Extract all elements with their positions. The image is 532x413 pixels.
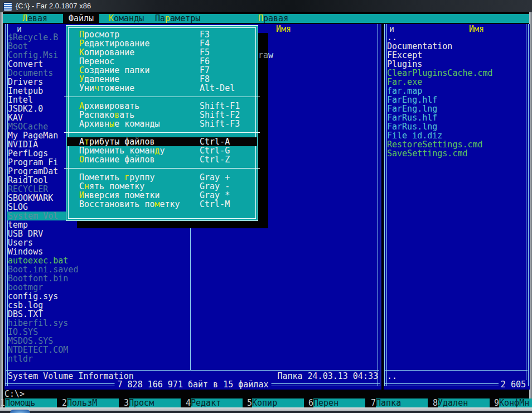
right-file-list: ..DocumentationFExceptPluginsClearPlugin… xyxy=(386,33,525,158)
file-item[interactable]: FarRus.hlf xyxy=(386,113,525,122)
file-item[interactable]: MSDOS.SYS xyxy=(7,337,191,345)
title-bar[interactable]: {C:\} - Far 2.0.1807 x86 xyxy=(0,0,532,13)
file-name: config.sys xyxy=(8,292,58,301)
file-item[interactable]: FExcept xyxy=(386,51,525,60)
hotkey-letter: К xyxy=(109,13,114,23)
file-item[interactable]: Windows xyxy=(7,247,191,256)
file-item[interactable]: Documentation xyxy=(386,42,525,51)
fkey-label: Папка xyxy=(376,398,428,407)
menu-item-shortcut: Gray * xyxy=(200,191,230,200)
file-item[interactable]: FarEng.hlf xyxy=(386,95,525,104)
menu-item[interactable]: Описание файловCtrl-Z xyxy=(67,155,257,164)
fkey-button[interactable]: 1Помощь xyxy=(0,398,57,407)
menu-item[interactable] xyxy=(67,128,257,137)
file-item[interactable]: ntldr xyxy=(7,354,191,363)
menu-item-label: Копирование xyxy=(79,48,134,57)
menu-item[interactable]: РедактированиеF4 xyxy=(67,39,257,48)
file-item[interactable]: Users xyxy=(7,238,191,247)
fkey-button[interactable]: 3Просм xyxy=(124,398,181,407)
window-border-left xyxy=(0,12,3,407)
sort-mode-indicator: и xyxy=(389,25,394,33)
menu-item[interactable]: АрхивироватьShift-F1 xyxy=(67,102,257,111)
menu-item-label: Снять пометку xyxy=(79,182,144,191)
file-item[interactable]: autoexec.bat xyxy=(7,256,191,265)
menu-item[interactable]: Снять пометкуGray - xyxy=(67,182,257,191)
file-name: DBS.TXT xyxy=(8,310,43,319)
file-item[interactable]: USB_DRV xyxy=(7,229,191,238)
fkey-number: 9 xyxy=(494,398,499,407)
file-item[interactable]: IO.SYS xyxy=(7,328,191,337)
menu-item[interactable]: Применить командуCtrl-G xyxy=(67,146,257,155)
file-item[interactable]: .. xyxy=(386,33,525,42)
file-item[interactable]: far.map xyxy=(386,87,525,95)
file-item[interactable]: csb.log xyxy=(7,301,191,310)
shaded-filename-fragment: ra xyxy=(258,51,268,60)
menu-item[interactable] xyxy=(67,93,257,102)
menu-item[interactable]: Архивные командыShift-F3 xyxy=(67,119,257,128)
menu-item[interactable]: Восстановить пометкуCtrl-M xyxy=(67,200,257,209)
file-item[interactable]: hiberfil.sys xyxy=(7,319,191,328)
file-item[interactable]: Boot.ini.saved xyxy=(7,265,191,274)
menu-item[interactable]: КопированиеF5 xyxy=(67,48,257,57)
menu-item[interactable]: Пометить группуGray + xyxy=(67,173,257,182)
file-item[interactable]: FarEng.lng xyxy=(386,104,525,113)
file-name: temp xyxy=(8,220,28,229)
command-line[interactable]: C:\> xyxy=(4,390,25,398)
file-name: Documentation xyxy=(387,42,452,51)
file-name: Config.Msi xyxy=(8,51,58,60)
file-item[interactable]: Far.exe xyxy=(386,78,525,87)
file-name: Program Fi xyxy=(8,158,58,167)
menu-bar-item[interactable]: Параметры xyxy=(155,14,200,23)
file-name: Boot xyxy=(8,42,28,51)
start-button-icon[interactable] xyxy=(10,410,30,413)
menu-shadow-right xyxy=(257,33,268,228)
menu-item[interactable]: Атрибуты файловCtrl-A xyxy=(67,137,257,146)
file-item[interactable]: bootmgr xyxy=(7,283,191,292)
file-name: NVIDIA xyxy=(8,140,38,149)
menu-item[interactable]: УдалениеF8 xyxy=(67,75,257,84)
fkey-button[interactable]: 9КонфМн xyxy=(494,398,532,407)
menu-item[interactable]: ПереносF6 xyxy=(67,57,257,66)
menu-bar-item[interactable]: Команды xyxy=(109,14,144,23)
file-name: My PageMan xyxy=(8,131,58,140)
fkey-button[interactable]: 5Копир xyxy=(247,398,304,407)
file-item[interactable]: DBS.TXT xyxy=(7,310,191,319)
menu-item[interactable]: Инверсия пометкиGray * xyxy=(67,191,257,200)
hotkey-letter: д xyxy=(154,146,159,156)
fkey-label: КонфМн xyxy=(499,398,532,407)
fkey-label: Помощь xyxy=(5,398,57,407)
file-name: FarEng.hlf xyxy=(387,95,437,104)
menu-bar-item[interactable]: Левая xyxy=(22,14,47,23)
fkey-number: 8 xyxy=(433,398,438,407)
menu-item[interactable]: Создание папкиF7 xyxy=(67,66,257,75)
file-item[interactable]: SaveSettings.cmd xyxy=(386,149,525,158)
menu-item[interactable] xyxy=(67,164,257,173)
file-item[interactable]: RestoreSettings.cmd xyxy=(386,140,525,149)
file-item[interactable]: Plugins xyxy=(386,60,525,69)
panel-status-separator xyxy=(385,370,528,371)
file-item[interactable]: config.sys xyxy=(7,292,191,301)
menu-item[interactable]: ПросмотрF3 xyxy=(67,30,257,39)
menu-item[interactable]: УничтожениеAlt-Del xyxy=(67,84,257,93)
fkey-button[interactable]: 4Редакт xyxy=(186,398,243,407)
menu-item-shortcut: Shift-F2 xyxy=(200,111,240,119)
menu-item[interactable]: РаспаковатьShift-F2 xyxy=(67,111,257,119)
file-item[interactable]: Bootfont.bin xyxy=(7,274,191,283)
menu-item-label: Распаковать xyxy=(79,111,134,119)
menu-bar-item[interactable]: Файлы xyxy=(63,14,99,23)
file-item[interactable]: FarRus.lng xyxy=(386,122,525,131)
file-item[interactable]: NTDETECT.COM xyxy=(7,345,191,354)
fkey-button[interactable]: 2ПользМ xyxy=(62,398,119,407)
file-name: USB_DRV xyxy=(8,229,43,238)
file-item[interactable]: File_id.diz xyxy=(386,131,525,140)
file-name: JSDK2.0 xyxy=(8,104,43,113)
menu-bar-item[interactable]: Правая xyxy=(258,14,288,23)
file-item[interactable]: ClearPluginsCache.cmd xyxy=(386,69,525,78)
fkey-button[interactable]: 7Папка xyxy=(371,398,428,407)
fkey-button[interactable]: 6Перен xyxy=(308,398,365,407)
file-name: Far.exe xyxy=(387,78,422,87)
right-file-panel: и Имя ..DocumentationFExceptPluginsClear… xyxy=(384,24,530,390)
dropdown-item-list: ПросмотрF3РедактированиеF4КопированиеF5П… xyxy=(67,30,257,209)
menu-item-label: Атрибуты файлов xyxy=(79,137,154,146)
fkey-button[interactable]: 8Удален xyxy=(433,398,490,407)
